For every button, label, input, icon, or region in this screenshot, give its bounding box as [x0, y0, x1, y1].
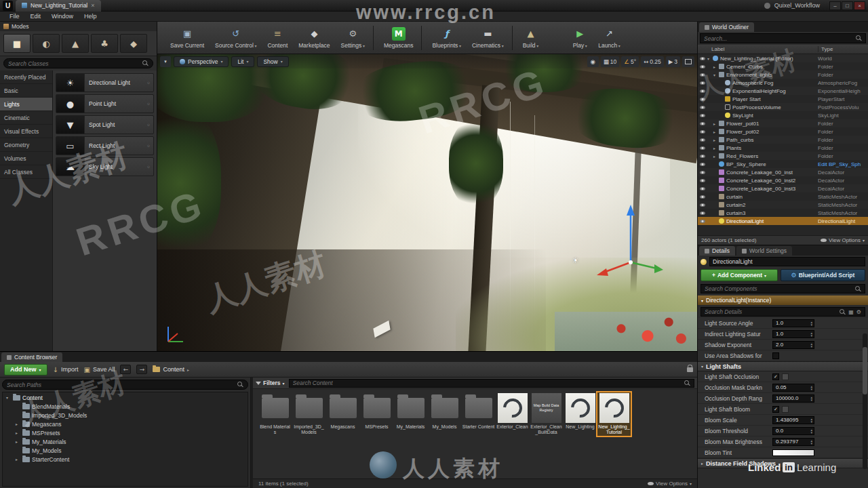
light-actor-item[interactable]: ▭ Rect Light ◦ — [56, 136, 154, 155]
close-button[interactable]: × — [854, 1, 865, 10]
filters-button[interactable]: Filters ▾ — [256, 380, 285, 386]
spinner-arrows-icon[interactable]: ▴▾ — [810, 396, 812, 401]
toolbar-button[interactable]: ◆ Marketplace — [294, 26, 334, 50]
outliner-search-input[interactable] — [704, 35, 853, 42]
filter-icon[interactable]: ▦ — [848, 309, 854, 315]
visibility-eye-icon[interactable] — [698, 195, 707, 199]
toolbar-button[interactable]: ↺ Source Control — [210, 26, 261, 50]
camera-icon[interactable]: ◉ — [587, 56, 599, 67]
perspective-button[interactable]: Perspective ▾ — [174, 56, 229, 67]
visibility-eye-icon[interactable] — [698, 138, 707, 142]
expand-arrow-icon[interactable] — [713, 64, 719, 69]
content-view-options[interactable]: View Options ▾ — [648, 481, 692, 487]
asset-tile[interactable]: My_Models — [428, 392, 461, 436]
numeric-field[interactable]: 0.05 ▴▾ — [772, 384, 814, 392]
visibility-eye-icon[interactable] — [698, 114, 707, 117]
expand-arrow-icon[interactable] — [713, 154, 719, 159]
outliner-row[interactable]: Concrete_Leakage_00_inst DecalActor — [698, 168, 868, 176]
toolbar-button[interactable]: ⚙ Settings — [336, 26, 374, 50]
category-item[interactable]: Geometry — [0, 138, 52, 152]
outliner-row[interactable]: BP_Sky_Sphere Edit BP_Sky_Sph — [698, 160, 868, 168]
numeric-field[interactable]: 1.438095 ▴▾ — [772, 416, 814, 424]
category-item[interactable]: Lights — [0, 98, 52, 111]
tab-world-settings[interactable]: World Settings — [736, 246, 792, 256]
reset-to-default-icon[interactable] — [782, 406, 789, 413]
drag-handle-icon[interactable]: ◦ — [144, 79, 153, 87]
maximize-button[interactable]: □ — [842, 1, 853, 10]
folder-tree-item[interactable]: My_Models — [3, 446, 248, 455]
visibility-eye-icon[interactable] — [698, 130, 707, 134]
forward-button[interactable]: → — [136, 365, 147, 374]
folder-tree-item[interactable]: BlendMaterials — [3, 402, 248, 411]
visibility-eye-icon[interactable] — [698, 106, 707, 109]
viewport-options-dropdown[interactable]: ▾ — [160, 56, 171, 67]
rotation-snap-toggle[interactable]: ∠ 5° — [621, 56, 639, 67]
add-new-button[interactable]: Add New ▾ — [4, 364, 47, 375]
outliner-row[interactable]: Plants Folder — [698, 144, 868, 152]
drag-handle-icon[interactable]: ◦ — [144, 142, 153, 150]
toolbar-button[interactable]: ƒ Blueprints — [427, 26, 466, 50]
level-tab[interactable]: New_Lighting_Tutorial × — [16, 0, 101, 12]
numeric-field[interactable]: 0.293797 ▴▾ — [772, 438, 814, 446]
details-scrollbar-thumb[interactable] — [863, 347, 867, 394]
light-actor-item[interactable]: ☀ Directional Light ◦ — [56, 73, 154, 92]
menu-item[interactable]: Window — [46, 12, 79, 22]
asset-tile[interactable]: Map Build Data Registry Exterior_Clean_B… — [530, 392, 563, 436]
tab-close-icon[interactable]: × — [91, 2, 94, 9]
search-paths-input[interactable] — [7, 382, 235, 388]
visibility-eye-icon[interactable] — [698, 57, 707, 60]
toolbar-button[interactable]: ▶ Play — [568, 26, 592, 50]
visibility-eye-icon[interactable] — [698, 81, 707, 85]
outliner-row[interactable]: Cement_Curbs Folder — [698, 62, 868, 70]
category-item[interactable]: All Classes — [0, 165, 52, 179]
numeric-field[interactable]: 1.0 ▴▾ — [772, 330, 814, 338]
show-flags-button[interactable]: Show ▾ — [257, 56, 288, 67]
outliner-row[interactable]: Concrete_Leakage_00_inst2 DecalActor — [698, 176, 868, 184]
outliner-view-options[interactable]: View Options ▾ — [821, 237, 865, 243]
outliner-row[interactable]: Concrete_Leakage_00_inst3 DecalActor — [698, 184, 868, 192]
visibility-eye-icon[interactable] — [698, 187, 707, 190]
category-item[interactable]: Basic — [0, 84, 52, 98]
search-classes-input[interactable] — [8, 60, 140, 67]
directional-light-sprite[interactable]: ☀ — [572, 256, 579, 265]
visibility-eye-icon[interactable] — [698, 98, 707, 101]
visibility-eye-icon[interactable] — [698, 163, 707, 166]
tab-world-outliner[interactable]: World Outliner — [699, 22, 754, 32]
scale-snap-toggle[interactable]: ↔ 0.25 — [641, 56, 664, 67]
viewport-scene[interactable]: ☀ — [157, 54, 697, 351]
tab-details[interactable]: Details — [699, 246, 735, 256]
expand-arrow-icon[interactable] — [713, 73, 719, 77]
visibility-eye-icon[interactable] — [698, 122, 707, 125]
geometry-mode-icon[interactable]: ◆ — [120, 34, 147, 53]
light-actor-item[interactable]: ▼ Spot Light ◦ — [56, 115, 154, 134]
outliner-row[interactable]: curtain3 StaticMeshActor — [698, 209, 868, 217]
drag-handle-icon[interactable]: ◦ — [144, 121, 153, 129]
outliner-row[interactable]: Atmospheric Fog AtmosphericFog — [698, 79, 868, 87]
asset-tile[interactable]: New_Lighting — [564, 392, 597, 436]
expand-arrow-icon[interactable] — [16, 422, 20, 426]
placement-mode-icon[interactable]: ■ — [3, 34, 31, 53]
visibility-eye-icon[interactable] — [698, 179, 707, 182]
asset-tile[interactable]: Blend Materials — [258, 392, 292, 436]
expand-arrow-icon[interactable] — [6, 395, 11, 400]
light-actor-item[interactable]: ● Point Light ◦ — [56, 94, 154, 113]
outliner-row[interactable]: Flower_pot01 Folder — [698, 119, 868, 127]
visibility-eye-icon[interactable] — [698, 171, 707, 174]
folder-tree-item[interactable]: Megascans — [3, 420, 248, 428]
outliner-row[interactable]: Environment_lights Folder — [698, 70, 868, 79]
settings-icon[interactable]: ⚙ — [856, 309, 861, 315]
import-button[interactable]: ↓ Import — [53, 366, 79, 373]
maximize-viewport-button[interactable] — [682, 56, 694, 67]
outliner-row[interactable]: Path_curbs Folder — [698, 136, 868, 144]
grid-snap-toggle[interactable]: ▦ 10 — [601, 56, 620, 67]
spinner-arrows-icon[interactable]: ▴▾ — [810, 418, 812, 423]
visibility-eye-icon[interactable] — [698, 220, 707, 223]
spinner-arrows-icon[interactable]: ▴▾ — [810, 428, 812, 434]
category-item[interactable]: Volumes — [0, 152, 52, 165]
menu-item[interactable]: Edit — [25, 12, 47, 22]
transform-gizmo[interactable] — [590, 198, 665, 279]
menu-item[interactable]: File — [4, 12, 25, 22]
checkbox[interactable] — [772, 406, 779, 413]
blueprint-add-script-button[interactable]: ⚙ Blueprint/Add Script — [781, 269, 865, 281]
visibility-eye-icon[interactable] — [698, 146, 707, 150]
